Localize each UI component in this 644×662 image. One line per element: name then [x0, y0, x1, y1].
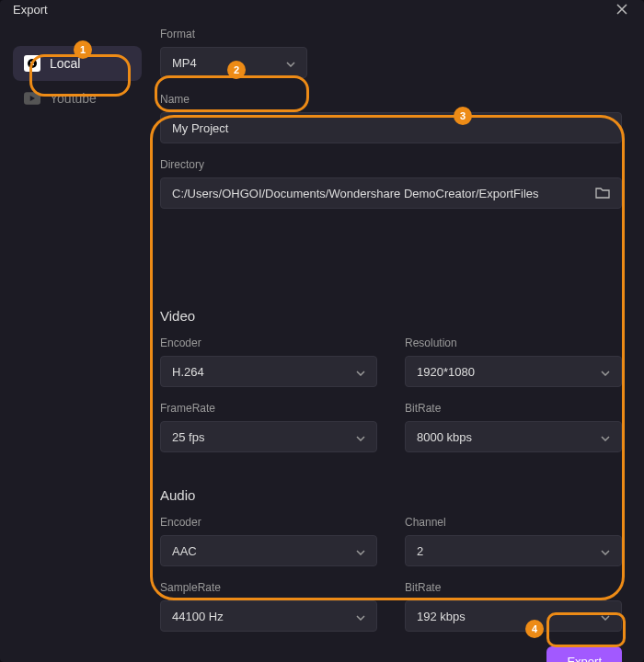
chevron-down-icon	[356, 430, 365, 444]
name-field: Name My Project	[160, 93, 622, 143]
titlebar: Export	[0, 0, 644, 18]
video-framerate-label: FrameRate	[160, 402, 377, 415]
audio-bitrate-value: 192 kbps	[417, 610, 466, 623]
video-framerate-field: FrameRate 25 fps	[160, 402, 377, 452]
audio-section-title: Audio	[160, 487, 622, 503]
audio-samplerate-field: SampleRate 44100 Hz	[160, 581, 377, 632]
content: Format MP4 Name My Project Directory C:/…	[142, 28, 631, 646]
video-encoder-field: Encoder H.264	[160, 337, 377, 387]
sidebar-item-youtube[interactable]: Youtube	[13, 81, 142, 116]
export-button[interactable]: Export	[546, 646, 622, 662]
chevron-down-icon	[601, 365, 610, 379]
video-bitrate-label: BitRate	[405, 402, 622, 415]
video-resolution-label: Resolution	[405, 337, 622, 349]
directory-field: Directory C:/Users/OHGOI/Documents/Wonde…	[160, 158, 622, 209]
video-resolution-value: 1920*1080	[417, 365, 475, 379]
audio-samplerate-label: SampleRate	[160, 581, 377, 594]
chevron-down-icon	[356, 365, 365, 379]
audio-channel-field: Channel 2	[405, 516, 622, 566]
directory-label: Directory	[160, 158, 622, 171]
audio-samplerate-select[interactable]: 44100 Hz	[160, 600, 377, 632]
name-input[interactable]: My Project	[160, 112, 622, 143]
audio-encoder-select[interactable]: AAC	[160, 535, 377, 566]
video-encoder-value: H.264	[172, 365, 204, 379]
chevron-down-icon	[356, 610, 365, 623]
video-bitrate-select[interactable]: 8000 kbps	[405, 421, 622, 452]
audio-channel-select[interactable]: 2	[405, 535, 622, 566]
audio-encoder-label: Encoder	[160, 516, 377, 529]
chevron-down-icon	[286, 56, 295, 70]
youtube-icon	[24, 90, 40, 107]
video-section-title: Video	[160, 308, 622, 324]
local-icon	[24, 55, 40, 72]
video-bitrate-field: BitRate 8000 kbps	[405, 402, 622, 452]
close-icon	[616, 2, 627, 17]
window-title: Export	[13, 3, 48, 17]
audio-samplerate-value: 44100 Hz	[172, 610, 224, 623]
close-button[interactable]	[613, 0, 631, 18]
format-value: MP4	[172, 56, 197, 70]
chevron-down-icon	[356, 544, 365, 558]
audio-channel-label: Channel	[405, 516, 622, 529]
format-field: Format MP4	[160, 28, 622, 78]
body: Local Youtube Format MP4 Name	[0, 18, 644, 646]
audio-bitrate-select[interactable]: 192 kbps	[405, 600, 622, 632]
video-bitrate-value: 8000 kbps	[417, 430, 472, 444]
video-framerate-select[interactable]: 25 fps	[160, 421, 377, 452]
format-select[interactable]: MP4	[160, 47, 307, 78]
audio-bitrate-label: BitRate	[405, 581, 622, 594]
export-window: Export Local Youtube Format	[0, 0, 644, 662]
video-resolution-field: Resolution 1920*1080	[405, 337, 622, 387]
video-resolution-select[interactable]: 1920*1080	[405, 356, 622, 387]
video-encoder-select[interactable]: H.264	[160, 356, 377, 387]
name-label: Name	[160, 93, 622, 106]
chevron-down-icon	[601, 544, 610, 558]
sidebar: Local Youtube	[13, 28, 142, 646]
directory-input[interactable]: C:/Users/OHGOI/Documents/Wondershare Dem…	[160, 177, 622, 209]
audio-channel-value: 2	[417, 544, 423, 558]
directory-value: C:/Users/OHGOI/Documents/Wondershare Dem…	[172, 187, 539, 200]
footer: Export	[0, 646, 644, 662]
audio-encoder-value: AAC	[172, 544, 197, 558]
video-encoder-label: Encoder	[160, 337, 377, 349]
audio-encoder-field: Encoder AAC	[160, 516, 377, 566]
audio-bitrate-field: BitRate 192 kbps	[405, 581, 622, 632]
chevron-down-icon	[601, 610, 610, 623]
chevron-down-icon	[601, 430, 610, 444]
sidebar-item-label: Youtube	[50, 91, 97, 106]
sidebar-item-local[interactable]: Local	[13, 46, 142, 81]
folder-icon[interactable]	[595, 186, 610, 201]
sidebar-item-label: Local	[50, 56, 80, 71]
format-label: Format	[160, 28, 622, 40]
video-framerate-value: 25 fps	[172, 430, 204, 444]
name-value: My Project	[172, 121, 228, 135]
